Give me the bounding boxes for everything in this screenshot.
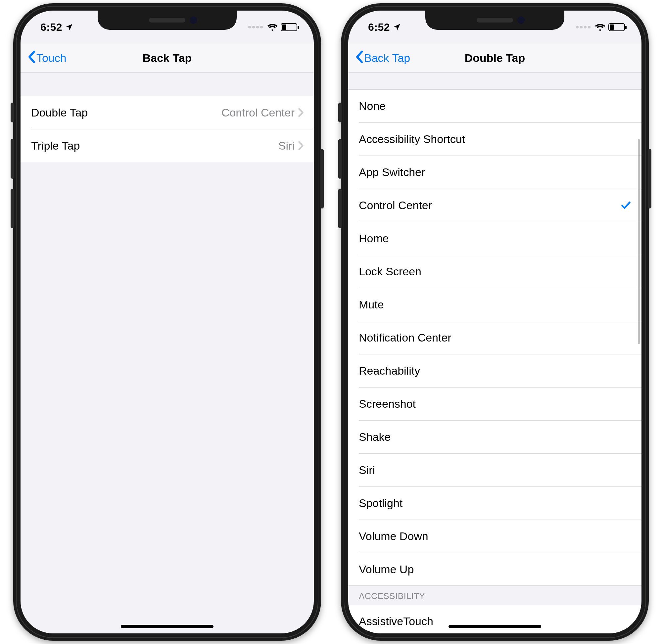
section-header-accessibility: Accessibility	[348, 586, 641, 605]
row-double-tap[interactable]: Double Tap Control Center	[21, 96, 314, 129]
row-label: Triple Tap	[31, 139, 278, 152]
option-label: Notification Center	[359, 331, 632, 344]
notch	[425, 10, 564, 30]
content[interactable]: None Accessibility Shortcut App Switcher…	[348, 73, 641, 634]
nav-bar: Back Tap Double Tap	[348, 44, 641, 73]
home-indicator[interactable]	[121, 625, 213, 628]
option-reachability[interactable]: Reachability	[348, 354, 641, 387]
speaker-grill	[149, 18, 185, 23]
chevron-right-icon	[298, 108, 304, 117]
option-label: Lock Screen	[359, 265, 632, 278]
option-label: Control Center	[359, 199, 620, 212]
side-button[interactable]	[320, 149, 324, 208]
row-value: Siri	[278, 139, 295, 152]
back-label: Back Tap	[364, 52, 410, 65]
notch	[98, 10, 237, 30]
option-label: Shake	[359, 431, 632, 443]
volume-down-button[interactable]	[338, 189, 342, 228]
mute-switch[interactable]	[10, 102, 14, 122]
speaker-grill	[477, 18, 513, 23]
option-label: Volume Down	[359, 530, 632, 543]
option-screenshot[interactable]: Screenshot	[348, 387, 641, 420]
front-camera	[190, 17, 197, 24]
phone-backtap: 6:52	[13, 3, 321, 641]
row-label: Double Tap	[31, 106, 222, 119]
option-shake[interactable]: Shake	[348, 420, 641, 453]
side-button[interactable]	[648, 149, 652, 208]
scroll-indicator[interactable]	[638, 139, 640, 344]
option-volume-down[interactable]: Volume Down	[348, 520, 641, 553]
row-value: Control Center	[222, 106, 295, 119]
option-label: Home	[359, 232, 632, 245]
volume-up-button[interactable]	[338, 139, 342, 179]
status-time: 6:52	[40, 21, 62, 33]
front-camera	[517, 17, 525, 24]
location-icon	[393, 23, 401, 31]
row-triple-tap[interactable]: Triple Tap Siri	[21, 129, 314, 162]
option-control-center[interactable]: Control Center	[348, 189, 641, 222]
home-indicator[interactable]	[449, 625, 541, 628]
content: Double Tap Control Center Triple Tap Sir…	[21, 73, 314, 634]
option-app-switcher[interactable]: App Switcher	[348, 156, 641, 189]
option-label: Screenshot	[359, 397, 632, 410]
option-spotlight[interactable]: Spotlight	[348, 486, 641, 520]
option-lock-screen[interactable]: Lock Screen	[348, 255, 641, 288]
nav-bar: Touch Back Tap	[21, 44, 314, 73]
volume-down-button[interactable]	[10, 189, 14, 228]
option-notification-center[interactable]: Notification Center	[348, 321, 641, 354]
chevron-left-icon	[27, 50, 36, 66]
option-mute[interactable]: Mute	[348, 288, 641, 321]
option-label: Spotlight	[359, 497, 632, 510]
chevron-left-icon	[355, 50, 363, 66]
back-label: Touch	[37, 52, 67, 65]
battery-icon	[281, 23, 297, 31]
back-button[interactable]: Back Tap	[355, 50, 410, 66]
paging-dots-icon	[576, 26, 591, 28]
option-label: Volume Up	[359, 563, 632, 576]
location-icon	[65, 23, 73, 31]
mute-switch[interactable]	[338, 102, 342, 122]
wifi-icon	[267, 23, 278, 32]
back-button[interactable]: Touch	[27, 50, 67, 66]
option-siri[interactable]: Siri	[348, 453, 641, 486]
option-label: Siri	[359, 464, 632, 477]
option-accessibility-shortcut[interactable]: Accessibility Shortcut	[348, 122, 641, 156]
chevron-right-icon	[298, 141, 304, 151]
option-label: Mute	[359, 298, 632, 311]
checkmark-icon	[620, 200, 632, 211]
option-assistivetouch[interactable]: AssistiveTouch	[348, 605, 641, 634]
option-label: None	[359, 100, 632, 113]
status-time: 6:52	[368, 21, 390, 33]
option-home[interactable]: Home	[348, 222, 641, 255]
option-label: App Switcher	[359, 166, 632, 179]
volume-up-button[interactable]	[10, 139, 14, 179]
option-label: Accessibility Shortcut	[359, 133, 632, 146]
paging-dots-icon	[248, 26, 263, 28]
option-label: Reachability	[359, 364, 632, 377]
phone-doubletap: 6:52	[341, 3, 649, 641]
battery-icon	[608, 23, 625, 31]
option-none[interactable]: None	[348, 89, 641, 122]
wifi-icon	[594, 23, 606, 32]
option-volume-up[interactable]: Volume Up	[348, 553, 641, 586]
